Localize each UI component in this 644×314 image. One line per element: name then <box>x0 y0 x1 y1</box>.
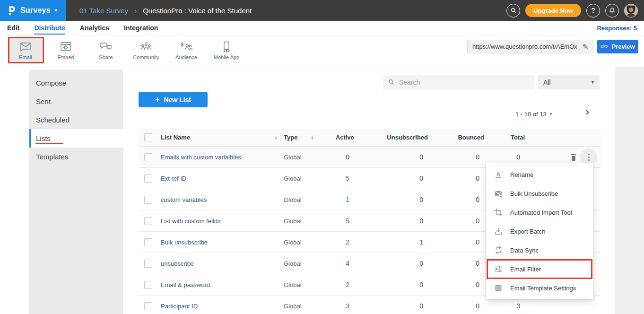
list-name-link[interactable]: Emails with custom varialbles <box>158 154 281 161</box>
preview-button[interactable]: Preview <box>597 40 638 53</box>
list-name-link[interactable]: Email & password. <box>158 281 281 288</box>
tab-edit[interactable]: Edit <box>7 22 19 35</box>
upgrade-now-button[interactable]: Upgrade Now <box>525 4 581 17</box>
email-sidebar: Compose Sent Scheduled Lists Templates <box>29 70 123 314</box>
row-checkbox[interactable] <box>144 153 152 161</box>
kebab-menu-icon <box>588 153 590 161</box>
breadcrumb: 01 Take Survey › QuestionPro : Voice of … <box>79 7 252 15</box>
channel-email[interactable]: Email <box>9 38 42 63</box>
row-checkbox[interactable] <box>144 302 152 310</box>
sidebar-item-compose[interactable]: Compose <box>29 74 123 92</box>
survey-nav-bar: Edit Distribute Analytics Integration Re… <box>0 21 644 36</box>
menu-item-email-template-settings[interactable]: Email Template Settings <box>486 279 593 297</box>
channel-community[interactable]: Community <box>130 38 162 63</box>
next-page-button[interactable]: › <box>585 106 589 117</box>
search-icon <box>510 7 517 14</box>
responses-count[interactable]: Responses: 5 <box>597 25 637 32</box>
chevron-down-icon: ▾ <box>592 80 594 85</box>
list-name-link[interactable]: List with custom feilds <box>158 218 281 225</box>
breadcrumb-separator-icon: › <box>134 7 137 15</box>
audience-icon: $ <box>180 41 193 52</box>
edit-url-icon[interactable]: ✎ <box>578 43 593 51</box>
breadcrumb-survey-link[interactable]: 01 Take Survey <box>79 7 128 15</box>
topbar-actions: Upgrade Now ? <box>506 4 644 17</box>
menu-item-data-sync[interactable]: Data Sync <box>486 241 593 260</box>
list-name-link[interactable]: Bulk unsubscribe <box>158 239 281 246</box>
distribute-toolbar: Email Embed Share Community <box>0 36 644 67</box>
channel-list: Email Embed Share Community <box>9 38 251 63</box>
list-type-filter-dropdown[interactable]: All ▾ <box>538 75 600 89</box>
sidebar-item-scheduled[interactable]: Scheduled <box>29 111 123 129</box>
survey-url-field[interactable]: https://www.questionpro.com/t/AEmOx ✎ <box>467 40 593 53</box>
automated-import-icon <box>494 208 503 217</box>
table-header-row: List Name▲▼ Type▲▼ Active Unsubscribed B… <box>139 129 600 147</box>
row-checkbox[interactable] <box>144 281 152 289</box>
user-avatar[interactable] <box>624 4 638 17</box>
list-name-link[interactable]: unsubscribe <box>158 260 281 267</box>
list-name-link[interactable]: Participant ID <box>158 303 281 310</box>
embed-icon <box>59 41 72 52</box>
channel-embed[interactable]: Embed <box>50 38 82 63</box>
nav-tabs: Edit Distribute Analytics Integration <box>7 22 158 35</box>
row-checkbox[interactable] <box>144 238 152 246</box>
menu-item-automated-import-tool[interactable]: Automated Import Tool <box>486 203 593 222</box>
tab-integration[interactable]: Integration <box>124 22 158 35</box>
pagination[interactable]: 1 - 10 of 13 ▾ <box>515 111 552 118</box>
page-background <box>615 67 644 314</box>
row-checkbox[interactable] <box>144 196 152 204</box>
search-input[interactable] <box>399 78 530 86</box>
community-icon <box>139 41 153 52</box>
rename-icon: A <box>494 171 503 178</box>
email-template-settings-icon <box>494 284 503 292</box>
select-all-checkbox[interactable] <box>144 133 152 141</box>
sort-icon[interactable]: ▲▼ <box>275 135 278 140</box>
sidebar-item-templates[interactable]: Templates <box>29 148 123 166</box>
global-search-button[interactable] <box>506 4 520 17</box>
tab-distribute[interactable]: Distribute <box>34 22 65 35</box>
questionpro-logo-icon <box>7 5 16 16</box>
tab-analytics[interactable]: Analytics <box>80 22 109 35</box>
svg-text:$: $ <box>181 42 183 47</box>
chevron-down-icon: ▾ <box>55 8 57 13</box>
list-name-link[interactable]: custom variables <box>158 196 281 203</box>
row-checkbox[interactable] <box>144 217 152 225</box>
mobile-app-icon <box>220 41 233 52</box>
app-name: Surveys <box>20 6 51 15</box>
new-list-button[interactable]: + New List <box>139 92 208 107</box>
menu-item-export-batch[interactable]: Export Batch <box>486 222 593 241</box>
chevron-down-icon: ▾ <box>550 112 552 116</box>
menu-item-bulk-unsubscribe[interactable]: Bulk Unsubscribe <box>486 184 593 203</box>
bell-icon <box>609 7 616 14</box>
channel-audience[interactable]: $ Audience <box>170 38 202 63</box>
top-bar: Surveys ▾ 01 Take Survey › QuestionPro :… <box>0 0 644 21</box>
share-icon <box>99 41 113 52</box>
questionpro-app: Surveys ▾ 01 Take Survey › QuestionPro :… <box>0 0 644 314</box>
product-switcher[interactable]: Surveys ▾ <box>0 0 66 21</box>
list-name-link[interactable]: Ext ref ID <box>158 175 281 182</box>
survey-url-value: https://www.questionpro.com/t/AEmOx <box>468 43 578 50</box>
list-search[interactable] <box>383 75 534 89</box>
breadcrumb-survey-title: QuestionPro : Voice of the Student <box>143 7 252 15</box>
channel-mobile-app[interactable]: Mobile App <box>210 38 243 63</box>
help-button[interactable]: ? <box>586 4 600 17</box>
row-checkbox[interactable] <box>144 260 152 268</box>
eye-icon <box>600 44 608 49</box>
search-icon <box>388 78 395 86</box>
sidebar-item-sent[interactable]: Sent <box>29 92 123 111</box>
data-sync-icon <box>494 246 503 254</box>
pagination-range: 1 - 10 of 13 <box>515 111 547 118</box>
plus-icon: + <box>155 96 159 104</box>
row-checkbox[interactable] <box>144 174 152 183</box>
delete-list-button[interactable] <box>569 153 578 161</box>
sidebar-item-lists[interactable]: Lists <box>29 129 123 148</box>
sort-icon[interactable]: ▲▼ <box>311 135 314 140</box>
question-mark-icon: ? <box>591 7 595 14</box>
menu-item-rename[interactable]: A Rename <box>486 165 593 184</box>
email-filter-icon <box>494 265 503 273</box>
bulk-unsubscribe-icon <box>494 189 503 198</box>
channel-share[interactable]: Share <box>90 38 122 63</box>
notifications-button[interactable] <box>605 4 619 17</box>
export-batch-icon <box>494 227 503 236</box>
menu-item-email-filter[interactable]: Email Filter <box>486 260 593 279</box>
email-icon <box>19 41 32 52</box>
